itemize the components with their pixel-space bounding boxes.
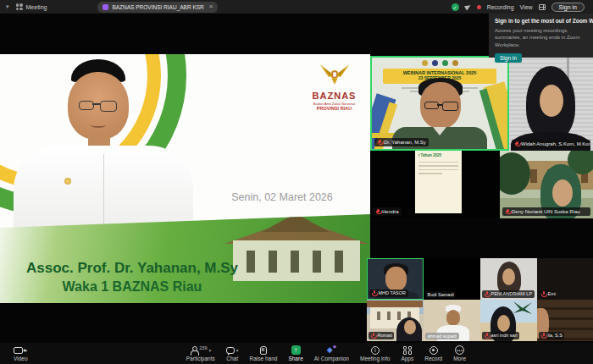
meeting-info-button[interactable]: i Meeting info (360, 345, 390, 361)
record-button[interactable]: Record (424, 345, 442, 361)
video-label: Video (14, 356, 28, 361)
participant-name-tag: PENI ANDRIANI LP (482, 290, 535, 298)
participant-name-tag: Hendra (373, 207, 402, 216)
muted-mic-icon (371, 333, 376, 339)
video-tile-hendra[interactable]: i Tahun 2025 Hendra (370, 151, 500, 218)
video-tile-widah[interactable]: Widah Anugrah, S.Kom, M.Kom (509, 56, 593, 151)
participant-name: Deny Norianti UIN Suska Riau (512, 209, 580, 215)
titlebar-right: ✓ Recording View Sign in (452, 3, 593, 12)
gold-pin-graphic (64, 178, 71, 185)
video-tile[interactable]: Emi (537, 258, 593, 300)
video-tile[interactable]: MHD TASOR (367, 258, 424, 300)
muted-mic-icon (514, 141, 519, 147)
participant-name-tag: MHD TASOR (369, 290, 408, 297)
share-label: Share (288, 356, 302, 361)
participants-button[interactable]: 239 ▾ Participants (186, 345, 215, 361)
face-graphic (540, 85, 563, 117)
meeting-toolbar: ▾ Video 239 ▾ Participants ▾ Chat Raise … (0, 343, 593, 364)
tab-meeting-label: Meeting (26, 4, 47, 10)
participant-name: PENI ANDRIANI LP (491, 291, 533, 296)
chat-label: Chat (226, 356, 238, 361)
camera-icon (14, 347, 23, 354)
apps-label: Apps (401, 356, 413, 361)
glasses-graphic (424, 102, 439, 109)
participant-name: Widah Anugrah, S.Kom, M.Kom (521, 141, 590, 147)
slide-speaker-role: Waka 1 BAZNAS Riau (0, 279, 264, 295)
participant-name: asri indri sari (491, 333, 518, 338)
participant-name: Romati (378, 333, 392, 338)
participant-name-tag: Romati (369, 332, 394, 339)
participant-name-tag: Deny Norianti UIN Suska Riau (502, 207, 590, 216)
video-tile-deny[interactable]: Deny Norianti UIN Suska Riau (500, 151, 593, 218)
muted-mic-icon (375, 209, 380, 215)
participant-name: Budi Samadi (428, 292, 454, 297)
view-layout-icon[interactable] (539, 4, 546, 10)
video-tile[interactable]: PENI ANDRIANI LP (480, 258, 537, 300)
chevron-up-icon[interactable]: ▾ (208, 348, 211, 353)
diamond-glyph: ◆ (333, 345, 336, 349)
chat-button[interactable]: ▾ Chat (226, 345, 239, 361)
share-button[interactable]: ↑ Share (288, 345, 302, 361)
tab-meeting[interactable]: Meeting (16, 3, 47, 10)
raise-hand-button[interactable]: Raise hand (250, 345, 278, 361)
muted-mic-icon (505, 209, 510, 215)
participant-name: Dr. Yahanan, M.Sy (384, 140, 426, 146)
baznas-logo-text: BAZNAS (298, 91, 370, 101)
meeting-grid-icon (16, 3, 23, 10)
video-tile[interactable]: asri indri sari (480, 300, 537, 341)
diamond-glyph: ◆ (327, 346, 333, 354)
view-button-label[interactable]: View (520, 4, 533, 10)
video-tile[interactable]: lia, S.S (537, 300, 593, 341)
security-check-icon[interactable]: ✓ (452, 3, 459, 11)
participant-name: ahmad supadi (428, 334, 457, 339)
video-tile[interactable]: Romati (367, 300, 424, 341)
more-button[interactable]: ••• More (453, 345, 466, 361)
baznas-logo: BAZNAS Badan Amil Zakat Nasional PROVINS… (298, 63, 370, 111)
chevron-up-icon[interactable]: ▾ (236, 348, 239, 353)
participant-name-tag: ahmad supadi (425, 333, 459, 339)
baznas-logo-subtext: Badan Amil Zakat Nasional (305, 102, 364, 106)
video-tile[interactable]: ahmad supadi (424, 300, 480, 341)
more-icon: ••• (455, 345, 464, 355)
certificate-text: i Tahun 2025 (418, 153, 458, 159)
notification-sign-in-button[interactable]: Sign in (495, 53, 522, 63)
apps-button[interactable]: Apps (401, 345, 413, 361)
slide-caption: Assoc. Prof. Dr. Yahanan, M.Sy Waka 1 BA… (0, 260, 264, 295)
muted-mic-icon (541, 291, 546, 297)
notification-title: Sign in to get the most out of Zoom Work… (495, 18, 587, 25)
glasses-graphic (79, 101, 94, 110)
participant-name-tag: Widah Anugrah, S.Kom, M.Kom (512, 140, 590, 148)
notification-body: Access your meeting recordings, summarie… (495, 27, 587, 48)
participants-label: Participants (186, 356, 215, 361)
info-icon: i (371, 346, 380, 355)
share-screen-icon: ↑ (291, 345, 301, 355)
muted-mic-icon (485, 333, 490, 339)
participants-icon (190, 346, 197, 355)
video-tile[interactable]: Budi Samadi (424, 258, 480, 300)
baznas-logo-region: PROVINSI RIAU (298, 106, 370, 111)
participants-count-badge: 239 (199, 345, 207, 350)
ai-companion-label: AI Companion (314, 356, 349, 361)
slide-speaker-name: Assoc. Prof. Dr. Yahanan, M.Sy (0, 260, 264, 277)
chevron-down-icon[interactable]: ▾ (6, 3, 9, 10)
paper-plane-icon[interactable] (464, 3, 472, 11)
sign-in-button[interactable]: Sign in (551, 3, 585, 12)
face-graphic (385, 267, 407, 291)
ai-companion-button[interactable]: ◆ ◆ AI Companion (314, 345, 349, 361)
raise-hand-icon (260, 346, 267, 355)
close-tab-icon[interactable]: × (209, 3, 213, 10)
face-graphic (552, 179, 573, 207)
muted-mic-icon (372, 290, 377, 296)
video-button[interactable]: ▾ Video (14, 345, 28, 361)
face-graphic (497, 315, 510, 332)
palm-tree-graphic (513, 301, 532, 318)
video-tile-speaker[interactable]: WEBINAR INTERNASIONAL 2025 23 SEPTEMBER … (370, 56, 509, 151)
signin-notification: Sign in to get the most out of Zoom Work… (489, 14, 593, 58)
face-graphic (404, 320, 416, 334)
slide-date: Senin, 02 Maret 2026 (219, 191, 346, 203)
tab-baznas-meeting[interactable]: BAZNAS PROVINSI RIAU_ABR KSR × (97, 2, 218, 13)
participant-name-tag: Dr. Yahanan, M.Sy (374, 138, 429, 146)
participant-name-tag: lia, S.S (539, 332, 564, 339)
record-label: Record (424, 356, 442, 361)
muted-mic-icon (377, 140, 382, 146)
